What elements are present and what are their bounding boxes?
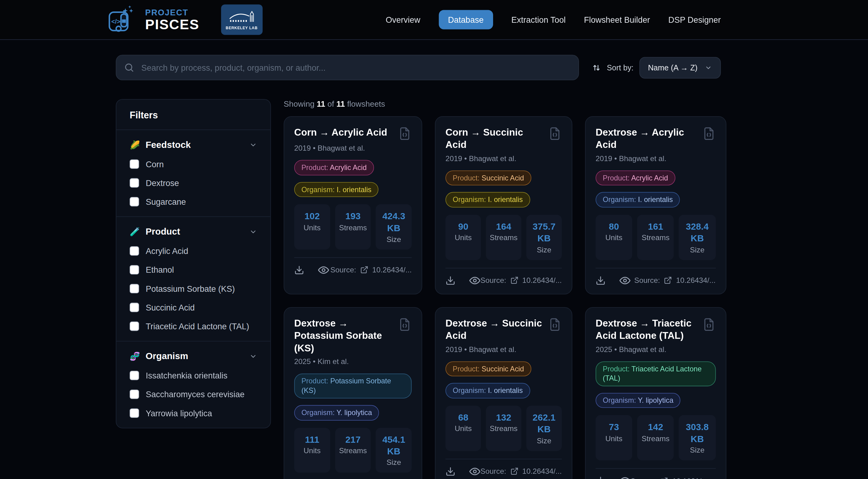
download-button[interactable] xyxy=(596,275,606,285)
card-year-author: 2019 • Bhagwat et al. xyxy=(445,155,562,163)
file-code-icon xyxy=(702,127,716,151)
checkbox-issatchenkia[interactable] xyxy=(130,371,139,380)
source-link[interactable]: Source: 10.26434/... xyxy=(480,467,562,475)
filter-option-yarrowia: Yarrowia lipolytica xyxy=(130,408,257,418)
checkbox-yarrowia[interactable] xyxy=(130,408,139,418)
card-title: Corn → Succinic Acid xyxy=(445,126,542,151)
nav-database[interactable]: Database xyxy=(439,10,493,29)
preview-eye-button[interactable] xyxy=(318,264,329,275)
filters-panel: Filters 🌽 Feedstock Corn Dextrose xyxy=(116,99,271,428)
filter-option-tal: Triacetic Acid Lactone (TAL) xyxy=(130,321,257,331)
checkbox-tal[interactable] xyxy=(130,321,139,331)
size-stat: 454.1 KBSize xyxy=(376,427,411,473)
nav-dsp-designer[interactable]: DSP Designer xyxy=(668,15,721,25)
sort-selected-value: Name (A → Z) xyxy=(648,63,698,72)
preview-eye-button[interactable] xyxy=(469,466,480,477)
pisces-logo-icon: </> xyxy=(107,4,138,35)
source-doi: 10.26434/... xyxy=(522,276,562,285)
card-title: Dextrose → Acrylic Acid xyxy=(596,126,696,151)
source-link[interactable]: Source: 10.1021/ac... xyxy=(630,477,715,479)
units-stat: 102Units xyxy=(294,204,330,249)
card-title: Corn → Acrylic Acid xyxy=(294,126,387,140)
nav-overview[interactable]: Overview xyxy=(386,15,421,25)
product-badge: Product: Succinic Acid xyxy=(445,170,531,186)
brand-pisces-text: PISCES xyxy=(145,18,199,31)
flowsheet-card-dextrose-succinic: Dextrose → Succinic Acid 2019 • Bhagwat … xyxy=(435,307,572,479)
divider xyxy=(596,268,716,268)
units-stat: 90Units xyxy=(445,215,481,260)
source-link[interactable]: Source: 10.26434/... xyxy=(330,266,411,274)
filter-option-label: Dextrose xyxy=(146,178,179,188)
filter-section-organism: 🧬 Organism Issatchenkia orientalis Sacch… xyxy=(116,342,270,428)
nav-extraction-tool[interactable]: Extraction Tool xyxy=(511,15,566,25)
card-title: Dextrose → Succinic Acid xyxy=(445,317,542,342)
file-code-icon xyxy=(702,317,716,342)
berkeley-lab-logo: BERKELEY LAB xyxy=(221,4,262,35)
organism-section-header[interactable]: 🧬 Organism xyxy=(130,351,257,361)
checkbox-saccharomyces[interactable] xyxy=(130,389,139,399)
download-button[interactable] xyxy=(445,275,455,285)
search-input[interactable] xyxy=(116,55,579,80)
source-link[interactable]: Source: 10.26434/... xyxy=(480,276,562,285)
filter-option-issatchenkia: Issatchenkia orientalis xyxy=(130,371,257,380)
divider xyxy=(445,268,562,268)
filters-title: Filters xyxy=(116,100,270,130)
filter-option-succinic-acid: Succinic Acid xyxy=(130,303,257,312)
checkbox-corn[interactable] xyxy=(130,159,139,169)
product-badge: Product: Potassium Sorbate (KS) xyxy=(294,374,412,399)
filter-option-ethanol: Ethanol xyxy=(130,265,257,275)
file-code-icon xyxy=(398,317,412,354)
flowsheet-card-corn-succinic: Corn → Succinic Acid 2019 • Bhagwat et a… xyxy=(435,116,572,294)
organism-badge: Organism: I. orientalis xyxy=(294,182,379,197)
berkeley-lab-text: BERKELEY LAB xyxy=(226,26,258,30)
source-doi: 10.26434/... xyxy=(676,276,715,285)
product-section-header[interactable]: 🧪 Product xyxy=(130,226,257,237)
filter-option-label: Issatchenkia orientalis xyxy=(146,371,227,380)
filter-option-label: Saccharomyces cerevisiae xyxy=(146,389,244,399)
flowsheet-grid: Corn → Acrylic Acid 2019 • Bhagwat et al… xyxy=(284,116,721,479)
download-button[interactable] xyxy=(445,467,455,476)
chevron-down-icon xyxy=(249,352,257,360)
external-link-icon xyxy=(510,276,518,285)
card-year-author: 2025 • Kim et al. xyxy=(294,357,412,366)
checkbox-acrylic-acid[interactable] xyxy=(130,246,139,256)
organism-badge: Organism: I. orientalis xyxy=(445,192,530,208)
units-stat: 111Units xyxy=(294,427,330,473)
streams-stat: 142Streams xyxy=(637,415,674,460)
size-stat: 303.8 KBSize xyxy=(679,415,716,460)
filter-option-potassium-sorbate: Potassium Sorbate (KS) xyxy=(130,284,257,293)
file-code-icon xyxy=(548,127,562,151)
preview-eye-button[interactable] xyxy=(469,275,480,286)
checkbox-sugarcane[interactable] xyxy=(130,197,139,207)
size-stat: 424.3 KBSize xyxy=(376,204,411,249)
flowsheet-card-dextrose-ks: Dextrose → Potassium Sorbate (KS) 2025 •… xyxy=(284,307,422,479)
source-doi: 10.26434/... xyxy=(522,467,562,475)
source-link[interactable]: Source: 10.26434/... xyxy=(634,276,715,285)
download-button[interactable] xyxy=(596,476,606,479)
checkbox-potassium-sorbate[interactable] xyxy=(130,284,139,293)
checkbox-succinic-acid[interactable] xyxy=(130,303,139,312)
feedstock-section-header[interactable]: 🌽 Feedstock xyxy=(130,140,257,150)
source-label: Source: xyxy=(634,276,660,285)
size-stat: 262.1 KBSize xyxy=(526,406,562,451)
sort-select[interactable]: Name (A → Z) xyxy=(639,57,720,78)
source-label: Source: xyxy=(480,467,506,475)
units-stat: 80Units xyxy=(596,215,632,260)
download-button[interactable] xyxy=(294,265,304,275)
card-year-author: 2019 • Bhagwat et al. xyxy=(445,345,562,353)
product-section-label: Product xyxy=(146,226,180,237)
filter-option-sugarcane: Sugarcane xyxy=(130,197,257,207)
units-stat: 73Units xyxy=(596,415,632,460)
checkbox-ethanol[interactable] xyxy=(130,265,139,275)
checkbox-dextrose[interactable] xyxy=(130,178,139,188)
divider xyxy=(294,257,412,258)
streams-stat: 161Streams xyxy=(637,215,674,260)
organism-badge: Organism: I. orientalis xyxy=(596,192,680,208)
card-year-author: 2019 • Bhagwat et al. xyxy=(596,155,716,163)
product-badge: Product: Succinic Acid xyxy=(445,361,531,377)
nav-flowsheet-builder[interactable]: Flowsheet Builder xyxy=(584,15,650,25)
preview-eye-button[interactable] xyxy=(619,275,630,286)
filter-option-corn: Corn xyxy=(130,159,257,169)
preview-eye-button[interactable] xyxy=(619,475,630,479)
streams-stat: 164Streams xyxy=(486,215,521,260)
